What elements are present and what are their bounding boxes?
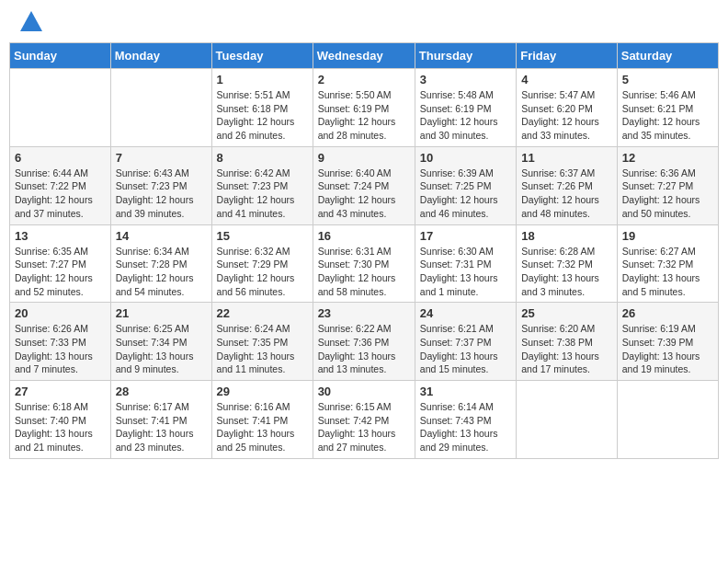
calendar-table: SundayMondayTuesdayWednesdayThursdayFrid…	[9, 42, 719, 459]
calendar-cell: 20Sunrise: 6:26 AM Sunset: 7:33 PM Dayli…	[10, 303, 111, 381]
day-number: 20	[15, 306, 106, 320]
calendar-cell: 13Sunrise: 6:35 AM Sunset: 7:27 PM Dayli…	[10, 224, 111, 303]
calendar-week-row: 20Sunrise: 6:26 AM Sunset: 7:33 PM Dayli…	[10, 303, 719, 381]
day-number: 1	[217, 73, 308, 86]
calendar-cell: 17Sunrise: 6:30 AM Sunset: 7:31 PM Dayli…	[415, 224, 516, 303]
day-info: Sunrise: 6:14 AM Sunset: 7:43 PM Dayligh…	[420, 400, 511, 454]
day-number: 7	[116, 151, 207, 165]
calendar-cell: 16Sunrise: 6:31 AM Sunset: 7:30 PM Dayli…	[313, 224, 415, 303]
column-header-friday: Friday	[517, 43, 618, 69]
column-header-wednesday: Wednesday	[313, 43, 415, 69]
day-info: Sunrise: 6:31 AM Sunset: 7:30 PM Dayligh…	[318, 245, 410, 299]
calendar-cell: 8Sunrise: 6:42 AM Sunset: 7:23 PM Daylig…	[211, 146, 313, 224]
day-number: 14	[116, 229, 207, 243]
calendar-cell: 4Sunrise: 5:47 AM Sunset: 6:20 PM Daylig…	[517, 69, 618, 147]
day-info: Sunrise: 6:35 AM Sunset: 7:27 PM Dayligh…	[15, 245, 106, 299]
day-number: 23	[318, 306, 410, 320]
calendar-cell: 14Sunrise: 6:34 AM Sunset: 7:28 PM Dayli…	[110, 224, 211, 303]
day-number: 17	[420, 229, 511, 243]
day-info: Sunrise: 6:42 AM Sunset: 7:23 PM Dayligh…	[217, 167, 308, 221]
calendar-week-row: 6Sunrise: 6:44 AM Sunset: 7:22 PM Daylig…	[10, 146, 719, 224]
day-number: 15	[217, 229, 308, 243]
column-header-thursday: Thursday	[415, 43, 516, 69]
calendar-cell: 1Sunrise: 5:51 AM Sunset: 6:18 PM Daylig…	[211, 69, 313, 147]
calendar-week-row: 27Sunrise: 6:18 AM Sunset: 7:40 PM Dayli…	[10, 381, 719, 459]
svg-marker-0	[20, 11, 42, 31]
calendar-cell: 21Sunrise: 6:25 AM Sunset: 7:34 PM Dayli…	[110, 303, 211, 381]
logo	[13, 9, 44, 35]
calendar-cell: 9Sunrise: 6:40 AM Sunset: 7:24 PM Daylig…	[313, 146, 415, 224]
calendar-cell: 7Sunrise: 6:43 AM Sunset: 7:23 PM Daylig…	[110, 146, 211, 224]
day-number: 5	[622, 73, 713, 86]
calendar-cell: 15Sunrise: 6:32 AM Sunset: 7:29 PM Dayli…	[211, 224, 313, 303]
day-info: Sunrise: 6:22 AM Sunset: 7:36 PM Dayligh…	[318, 322, 410, 376]
calendar-cell: 25Sunrise: 6:20 AM Sunset: 7:38 PM Dayli…	[517, 303, 618, 381]
column-header-saturday: Saturday	[617, 43, 718, 69]
day-info: Sunrise: 6:36 AM Sunset: 7:27 PM Dayligh…	[622, 167, 713, 221]
day-info: Sunrise: 6:19 AM Sunset: 7:39 PM Dayligh…	[622, 322, 713, 376]
calendar-cell: 2Sunrise: 5:50 AM Sunset: 6:19 PM Daylig…	[313, 69, 415, 147]
day-number: 21	[116, 306, 207, 320]
calendar-cell: 10Sunrise: 6:39 AM Sunset: 7:25 PM Dayli…	[415, 146, 516, 224]
logo-icon	[18, 9, 44, 35]
day-number: 28	[116, 385, 207, 398]
day-info: Sunrise: 6:34 AM Sunset: 7:28 PM Dayligh…	[116, 245, 207, 299]
day-info: Sunrise: 6:30 AM Sunset: 7:31 PM Dayligh…	[420, 245, 511, 299]
calendar-cell: 31Sunrise: 6:14 AM Sunset: 7:43 PM Dayli…	[415, 381, 516, 459]
calendar-cell: 28Sunrise: 6:17 AM Sunset: 7:41 PM Dayli…	[110, 381, 211, 459]
calendar-cell: 19Sunrise: 6:27 AM Sunset: 7:32 PM Dayli…	[617, 224, 718, 303]
day-info: Sunrise: 6:28 AM Sunset: 7:32 PM Dayligh…	[521, 245, 612, 299]
day-info: Sunrise: 6:39 AM Sunset: 7:25 PM Dayligh…	[420, 167, 511, 221]
day-info: Sunrise: 6:25 AM Sunset: 7:34 PM Dayligh…	[116, 322, 207, 376]
day-info: Sunrise: 6:24 AM Sunset: 7:35 PM Dayligh…	[217, 322, 308, 376]
day-number: 19	[622, 229, 713, 243]
day-number: 16	[318, 229, 410, 243]
day-info: Sunrise: 6:16 AM Sunset: 7:41 PM Dayligh…	[217, 400, 308, 454]
day-number: 13	[15, 229, 106, 243]
day-info: Sunrise: 6:43 AM Sunset: 7:23 PM Dayligh…	[116, 167, 207, 221]
calendar-week-row: 13Sunrise: 6:35 AM Sunset: 7:27 PM Dayli…	[10, 224, 719, 303]
calendar-cell: 18Sunrise: 6:28 AM Sunset: 7:32 PM Dayli…	[517, 224, 618, 303]
day-info: Sunrise: 6:17 AM Sunset: 7:41 PM Dayligh…	[116, 400, 207, 454]
day-info: Sunrise: 6:27 AM Sunset: 7:32 PM Dayligh…	[622, 245, 713, 299]
day-info: Sunrise: 6:44 AM Sunset: 7:22 PM Dayligh…	[15, 167, 106, 221]
day-number: 6	[15, 151, 106, 165]
calendar-cell: 22Sunrise: 6:24 AM Sunset: 7:35 PM Dayli…	[211, 303, 313, 381]
calendar-week-row: 1Sunrise: 5:51 AM Sunset: 6:18 PM Daylig…	[10, 69, 719, 147]
day-info: Sunrise: 5:48 AM Sunset: 6:19 PM Dayligh…	[420, 88, 511, 143]
calendar-cell: 12Sunrise: 6:36 AM Sunset: 7:27 PM Dayli…	[617, 146, 718, 224]
day-number: 22	[217, 306, 308, 320]
day-number: 30	[318, 385, 410, 398]
column-header-sunday: Sunday	[10, 43, 111, 69]
column-header-monday: Monday	[110, 43, 211, 69]
calendar-cell: 5Sunrise: 5:46 AM Sunset: 6:21 PM Daylig…	[617, 69, 718, 147]
day-number: 4	[521, 73, 612, 86]
day-number: 24	[420, 306, 511, 320]
day-number: 10	[420, 151, 511, 165]
day-number: 26	[622, 306, 713, 320]
day-info: Sunrise: 6:40 AM Sunset: 7:24 PM Dayligh…	[318, 167, 410, 221]
calendar-cell: 26Sunrise: 6:19 AM Sunset: 7:39 PM Dayli…	[617, 303, 718, 381]
day-info: Sunrise: 6:18 AM Sunset: 7:40 PM Dayligh…	[15, 400, 106, 454]
day-info: Sunrise: 6:20 AM Sunset: 7:38 PM Dayligh…	[521, 322, 612, 376]
calendar-cell: 30Sunrise: 6:15 AM Sunset: 7:42 PM Dayli…	[313, 381, 415, 459]
day-number: 27	[15, 385, 106, 398]
calendar-cell: 3Sunrise: 5:48 AM Sunset: 6:19 PM Daylig…	[415, 69, 516, 147]
page-header	[9, 9, 719, 35]
day-number: 31	[420, 385, 511, 398]
calendar-cell: 6Sunrise: 6:44 AM Sunset: 7:22 PM Daylig…	[10, 146, 111, 224]
day-number: 29	[217, 385, 308, 398]
day-number: 2	[318, 73, 410, 86]
day-number: 8	[217, 151, 308, 165]
day-number: 11	[521, 151, 612, 165]
day-info: Sunrise: 5:47 AM Sunset: 6:20 PM Dayligh…	[521, 88, 612, 143]
calendar-cell: 29Sunrise: 6:16 AM Sunset: 7:41 PM Dayli…	[211, 381, 313, 459]
calendar-cell: 24Sunrise: 6:21 AM Sunset: 7:37 PM Dayli…	[415, 303, 516, 381]
day-info: Sunrise: 5:50 AM Sunset: 6:19 PM Dayligh…	[318, 88, 410, 143]
day-info: Sunrise: 6:15 AM Sunset: 7:42 PM Dayligh…	[318, 400, 410, 454]
day-number: 25	[521, 306, 612, 320]
day-number: 18	[521, 229, 612, 243]
calendar-cell: 23Sunrise: 6:22 AM Sunset: 7:36 PM Dayli…	[313, 303, 415, 381]
column-header-tuesday: Tuesday	[211, 43, 313, 69]
day-number: 12	[622, 151, 713, 165]
